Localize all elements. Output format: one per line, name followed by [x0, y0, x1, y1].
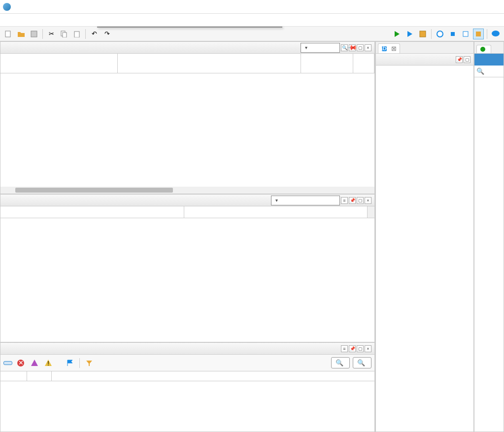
table-of-contents-panel: abc ⊠ 📌 ▢	[375, 41, 474, 432]
project-navigator-panel: 🔍 📌 ▢ ×	[0, 41, 375, 194]
close-icon[interactable]: ×	[365, 197, 371, 204]
error-filter-icon[interactable]: ✕	[15, 358, 26, 368]
messages-header: ≡ 📌 ▢ ×	[0, 343, 374, 355]
svg-rect-10	[463, 32, 468, 36]
find-next-button[interactable]: 🔍	[353, 357, 371, 368]
list-icon[interactable]: ≡	[341, 197, 348, 204]
hierarchy-combo[interactable]	[301, 43, 340, 53]
filter-funnel-icon[interactable]	[84, 358, 95, 368]
svg-point-21	[480, 47, 485, 52]
tasks-panel: ≡ 📌 ▢ ×	[0, 194, 375, 342]
svg-marker-6	[407, 31, 412, 37]
critical-filter-icon[interactable]	[29, 358, 40, 368]
svg-text:✕: ✕	[18, 359, 24, 366]
compilation-tab[interactable]	[476, 45, 491, 53]
toc-header: 📌 ▢	[376, 54, 473, 66]
svg-text:!: !	[47, 360, 49, 367]
assignments-menu-dropdown	[97, 27, 282, 28]
cut-icon[interactable]: ✂	[46, 29, 57, 39]
pin-icon[interactable]: 📌	[349, 44, 356, 51]
messages-toolbar: ✕ ! 🔍 🔍	[0, 355, 374, 371]
svg-marker-15	[31, 360, 38, 366]
search-icon: 🔍	[476, 67, 484, 75]
filter-all-button[interactable]	[3, 361, 12, 365]
close-icon[interactable]: ×	[365, 44, 371, 51]
svg-point-8	[437, 31, 443, 37]
chip-icon[interactable]	[447, 29, 458, 39]
timing-icon[interactable]	[417, 29, 428, 39]
tab-close-icon[interactable]: ⊠	[391, 45, 397, 52]
main-toolbar: ✂ ↶ ↷	[0, 27, 504, 41]
pin-icon[interactable]: 📌	[349, 345, 356, 352]
svg-rect-9	[451, 32, 455, 36]
pin-icon[interactable]: 📌	[349, 197, 356, 204]
list-icon[interactable]: ≡	[341, 345, 348, 352]
platform-icon[interactable]	[473, 29, 484, 39]
flag-filter-icon[interactable]	[65, 358, 75, 368]
svg-text:abc: abc	[381, 46, 387, 52]
flow-summary-tab[interactable]	[474, 54, 504, 66]
programmer-icon[interactable]	[460, 29, 471, 39]
svg-rect-7	[420, 31, 426, 37]
file-tab[interactable]: abc ⊠	[378, 43, 400, 53]
copy-icon[interactable]	[59, 29, 69, 39]
clock-icon[interactable]	[435, 29, 445, 39]
analysis-icon[interactable]	[404, 29, 415, 39]
svg-rect-3	[63, 33, 67, 37]
svg-rect-0	[5, 31, 10, 37]
report-tab-strip	[474, 42, 504, 54]
compile-icon[interactable]	[392, 29, 403, 39]
open-icon[interactable]	[16, 29, 27, 39]
new-icon[interactable]	[3, 29, 14, 39]
menu-bar	[0, 14, 504, 27]
file-tab-strip: abc ⊠	[376, 42, 473, 54]
project-navigator-header: 🔍 📌 ▢ ×	[0, 42, 374, 54]
close-icon[interactable]: ×	[365, 345, 371, 352]
report-icon	[480, 46, 486, 52]
flow-summary-panel: 🔍	[474, 41, 504, 432]
pn-table-header	[0, 54, 374, 73]
pin-icon[interactable]: 📌	[456, 56, 463, 63]
tasks-header: ≡ 📌 ▢ ×	[0, 195, 374, 206]
messages-panel: ≡ 📌 ▢ × ✕ ! 🔍 🔍	[0, 342, 375, 432]
save-icon[interactable]	[29, 29, 39, 39]
maximize-icon[interactable]: ▢	[464, 56, 470, 63]
file-icon: abc	[381, 46, 387, 52]
horizontal-scrollbar[interactable]	[0, 187, 374, 194]
paste-icon[interactable]	[71, 29, 82, 39]
messages-table-header	[0, 371, 374, 381]
svg-marker-18	[86, 361, 92, 366]
undo-icon[interactable]: ↶	[89, 29, 100, 39]
tasks-table-header	[0, 206, 374, 218]
message-filter-input[interactable]	[98, 360, 147, 366]
app-icon	[3, 3, 11, 11]
warning-filter-icon[interactable]: !	[43, 358, 54, 368]
find-button[interactable]: 🔍	[331, 357, 350, 368]
report-search[interactable]: 🔍	[474, 66, 504, 77]
compilation-combo[interactable]	[271, 196, 340, 205]
maximize-icon[interactable]: ▢	[357, 197, 364, 204]
svg-rect-4	[74, 32, 79, 37]
chat-icon[interactable]	[490, 29, 501, 39]
maximize-icon[interactable]: ▢	[357, 345, 364, 352]
svg-rect-11	[476, 32, 481, 36]
title-bar	[0, 0, 504, 14]
svg-rect-1	[31, 31, 37, 37]
svg-point-12	[492, 31, 500, 36]
redo-icon[interactable]: ↷	[101, 29, 112, 39]
svg-marker-5	[395, 31, 400, 37]
